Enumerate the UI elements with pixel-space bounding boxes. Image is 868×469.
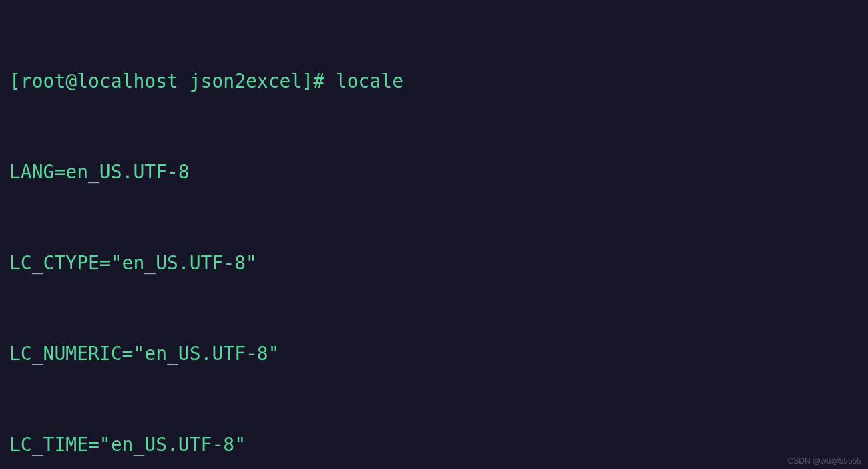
watermark-text: CSDN @wu@55555 <box>788 457 861 465</box>
terminal-output[interactable]: [root@localhost json2excel]# locale LANG… <box>9 5 859 469</box>
output-line: LANG=en_US.UTF-8 <box>9 157 859 187</box>
prompt-line: [root@localhost json2excel]# locale <box>9 66 859 96</box>
output-line: LC_TIME="en_US.UTF-8" <box>9 430 859 460</box>
output-line: LC_CTYPE="en_US.UTF-8" <box>9 248 859 278</box>
output-line: LC_NUMERIC="en_US.UTF-8" <box>9 339 859 369</box>
